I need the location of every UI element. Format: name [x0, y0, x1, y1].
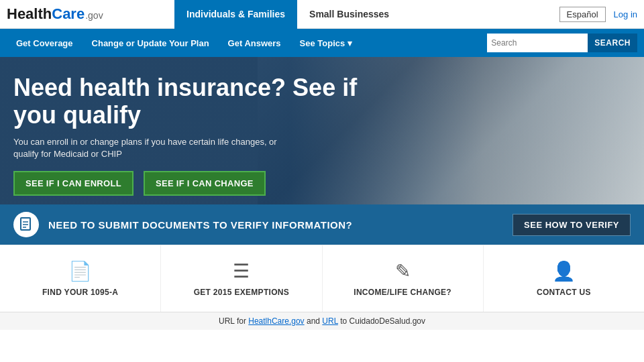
subnav-get-answers[interactable]: Get Answers [219, 29, 290, 57]
top-nav: HealthCare.gov Individuals & Families Sm… [0, 0, 644, 29]
subnav-see-topics[interactable]: See Topics ▾ [290, 29, 362, 57]
quick-overview-link[interactable]: Want a quick overview first? [13, 204, 389, 204]
logo-care: Care [52, 5, 85, 23]
find-1095a-item[interactable]: 📄 FIND YOUR 1095-A [0, 245, 161, 312]
svg-rect-0 [21, 218, 30, 230]
footer-url: URL for HeatlhCare.gov and URL to Cuidad… [0, 312, 644, 330]
footer-text-before: URL for [219, 316, 248, 326]
income-life-change-item[interactable]: ✎ INCOME/LIFE CHANGE? [323, 245, 484, 312]
hero-section: Need health insurance? See if you qualif… [0, 57, 644, 204]
subnav-get-coverage[interactable]: Get Coverage [7, 29, 83, 57]
espanol-button[interactable]: Español [559, 7, 606, 22]
hero-buttons: SEE IF I CAN ENROLL SEE IF I CAN CHANGE [13, 171, 389, 196]
hero-subtitle: You can enroll in or change plans if you… [13, 136, 295, 160]
sub-nav: Get Coverage Change or Update Your Plan … [0, 29, 644, 57]
logo: HealthCare.gov [7, 5, 174, 23]
contact-us-label: CONTACT US [537, 288, 591, 297]
contact-us-item[interactable]: 👤 CONTACT US [484, 245, 644, 312]
hero-content: Need health insurance? See if you qualif… [0, 57, 402, 204]
search-button[interactable]: SEARCH [588, 34, 637, 52]
document-icon [13, 212, 39, 237]
bottom-icons: 📄 FIND YOUR 1095-A ☰ GET 2015 EXEMPTIONS… [0, 245, 644, 312]
get-exemptions-label: GET 2015 EXEMPTIONS [194, 288, 289, 297]
see-how-verify-button[interactable]: SEE HOW TO VERIFY [513, 214, 631, 236]
footer-text-between: and [305, 316, 323, 326]
search-area: SEARCH [487, 34, 637, 52]
nav-small-businesses[interactable]: Small Businesses [297, 0, 401, 29]
find-1095a-label: FIND YOUR 1095-A [42, 288, 118, 297]
edit-icon: ✎ [395, 260, 411, 282]
footer-text-after: to CuidadoDeSalud.gov [338, 316, 425, 326]
income-life-change-label: INCOME/LIFE CHANGE? [354, 288, 451, 297]
nav-individuals-families[interactable]: Individuals & Families [174, 0, 297, 29]
see-if-enroll-button[interactable]: SEE IF I CAN ENROLL [13, 171, 133, 196]
healthcare-gov-link[interactable]: HeatlhCare.gov [248, 316, 304, 326]
cuidado-link[interactable]: URL [322, 316, 338, 326]
verify-banner: NEED TO SUBMIT DOCUMENTS TO VERIFY INFOR… [0, 204, 644, 245]
see-if-change-button[interactable]: SEE IF I CAN CHANGE [144, 171, 266, 196]
login-link[interactable]: Log in [614, 9, 637, 19]
subnav-change-update[interactable]: Change or Update Your Plan [83, 29, 219, 57]
person-icon: 👤 [552, 260, 576, 282]
logo-gov: .gov [85, 10, 103, 21]
search-input[interactable] [487, 34, 588, 52]
top-nav-links: Individuals & Families Small Businesses [174, 0, 401, 29]
document-icon: 📄 [68, 260, 92, 282]
logo-health: Health [7, 5, 52, 23]
top-nav-right: Español Log in [559, 7, 637, 22]
list-icon: ☰ [233, 260, 250, 282]
hero-title: Need health insurance? See if you qualif… [13, 74, 389, 129]
get-exemptions-item[interactable]: ☰ GET 2015 EXEMPTIONS [161, 245, 322, 312]
verify-text: NEED TO SUBMIT DOCUMENTS TO VERIFY INFOR… [48, 219, 513, 231]
